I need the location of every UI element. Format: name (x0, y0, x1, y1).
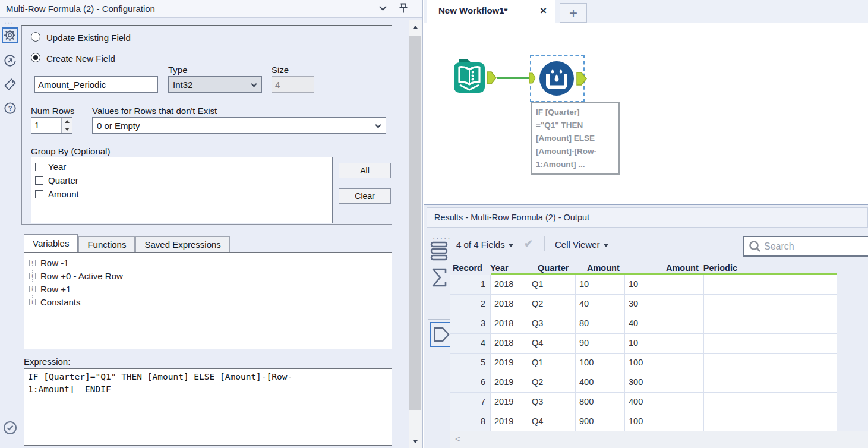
amount-cell[interactable]: 40 (576, 295, 625, 314)
annotation-tab[interactable] (2, 76, 18, 92)
group-by-item[interactable]: Quarter (34, 173, 330, 187)
output-anchor-icon[interactable] (576, 72, 588, 86)
record-cell[interactable]: 5 (450, 354, 491, 373)
amount-cell[interactable]: 800 (576, 393, 625, 412)
column-header[interactable]: Quarter (535, 263, 585, 273)
table-row[interactable]: 3 2018 Q3 80 40 (450, 314, 837, 334)
help-tab[interactable]: ? (2, 100, 18, 116)
group-by-list[interactable]: Year Quarter Amount (31, 157, 333, 223)
table-row[interactable]: 2 2018 Q2 40 30 (450, 295, 837, 314)
amount-cell[interactable]: 90 (576, 334, 625, 354)
tree-item[interactable]: Row +1 (29, 282, 387, 295)
config-scrollbar[interactable] (409, 20, 422, 448)
scrollbar-up-icon[interactable] (409, 21, 422, 32)
field-name-input[interactable] (34, 76, 158, 93)
table-row[interactable]: 5 2019 Q1 100 100 (450, 354, 837, 373)
amount-periodic-cell[interactable]: 400 (625, 393, 704, 412)
table-row[interactable]: 6 2019 Q2 400 300 (450, 373, 837, 393)
settings-tab[interactable] (2, 27, 18, 43)
variables-tree[interactable]: Row -1 Row +0 - Active Row Row +1 Consta… (24, 252, 392, 349)
spinner-up-icon[interactable] (62, 118, 72, 125)
all-button[interactable]: All (339, 163, 391, 178)
workflow-canvas[interactable]: IF [Quarter] ="Q1" THEN [Amount] ELSE [A… (424, 23, 868, 204)
hscroll-left-icon[interactable] (455, 434, 460, 444)
amount-periodic-cell[interactable]: 100 (625, 412, 704, 432)
group-by-item[interactable]: Amount (34, 187, 330, 201)
scrollbar-thumb[interactable] (409, 36, 421, 410)
fields-dropdown[interactable]: 4 of 4 Fields (456, 239, 513, 250)
amount-cell[interactable]: 400 (576, 373, 625, 393)
amount-cell[interactable]: 900 (576, 412, 625, 432)
pin-icon[interactable] (397, 2, 409, 14)
column-header[interactable]: Record (450, 263, 488, 273)
record-cell[interactable]: 7 (450, 393, 491, 412)
amount-periodic-cell[interactable]: 40 (625, 314, 704, 334)
amount-cell[interactable]: 100 (576, 354, 625, 373)
column-header[interactable]: Year (488, 263, 535, 273)
quarter-cell[interactable]: Q4 (528, 412, 576, 432)
expression-editor[interactable]: IF [Quarter]="Q1" THEN [Amount] ELSE [Am… (24, 368, 392, 446)
num-rows-stepper[interactable]: 1 (31, 117, 72, 134)
checkbox-icon[interactable] (35, 176, 43, 185)
rail-overflow-dots-icon[interactable] (4, 18, 14, 27)
performance-tab[interactable] (2, 52, 18, 68)
tree-item[interactable]: Row -1 (29, 256, 387, 269)
record-cell[interactable]: 6 (450, 373, 491, 393)
workflow-tab[interactable]: New Workflow1* (427, 0, 555, 23)
amount-cell[interactable]: 10 (576, 275, 625, 295)
search-box[interactable] (743, 236, 868, 257)
amount-periodic-cell[interactable]: 10 (625, 275, 704, 295)
apply-check[interactable] (2, 419, 18, 436)
table-row[interactable]: 8 2019 Q4 900 100 (450, 412, 837, 432)
column-header[interactable]: Amount_Periodic (664, 263, 737, 273)
year-cell[interactable]: 2019 (491, 354, 528, 373)
tree-item[interactable]: Constants (29, 295, 387, 308)
cell-viewer-dropdown[interactable]: Cell Viewer (555, 239, 608, 250)
quarter-cell[interactable]: Q2 (528, 373, 576, 393)
data-grid-icon[interactable] (430, 241, 448, 262)
year-cell[interactable]: 2018 (491, 275, 528, 295)
output-anchor-icon[interactable] (487, 71, 497, 84)
quarter-cell[interactable]: Q4 (528, 334, 576, 354)
amount-periodic-cell[interactable]: 10 (625, 334, 704, 354)
radio-create-new[interactable] (31, 53, 40, 62)
selected-output-anchor-button[interactable] (430, 322, 453, 347)
multi-row-formula-tool[interactable] (538, 60, 575, 97)
year-cell[interactable]: 2019 (491, 412, 528, 432)
apply-check-icon[interactable] (524, 237, 533, 250)
clear-button[interactable]: Clear (339, 188, 391, 204)
tree-item[interactable]: Row +0 - Active Row (29, 269, 387, 282)
year-cell[interactable]: 2018 (491, 314, 528, 334)
table-row[interactable]: 1 2018 Q1 10 10 (450, 275, 837, 295)
record-cell[interactable]: 3 (450, 314, 491, 334)
scrollbar-down-icon[interactable] (409, 436, 422, 447)
quarter-cell[interactable]: Q2 (528, 295, 576, 314)
spinner-down-icon[interactable] (62, 125, 72, 133)
tool-annotation[interactable]: IF [Quarter] ="Q1" THEN [Amount] ELSE [A… (531, 102, 620, 175)
quarter-cell[interactable]: Q3 (528, 314, 576, 334)
chevron-down-icon[interactable] (379, 3, 387, 11)
checkbox-icon[interactable] (35, 163, 43, 171)
year-cell[interactable]: 2019 (491, 373, 528, 393)
quarter-cell[interactable]: Q1 (528, 275, 576, 295)
metadata-sigma-icon[interactable] (430, 267, 449, 288)
input-anchor-icon[interactable] (529, 72, 536, 84)
quarter-cell[interactable]: Q1 (528, 354, 576, 373)
checkbox-icon[interactable] (35, 190, 43, 198)
record-cell[interactable]: 8 (450, 412, 491, 432)
record-cell[interactable]: 2 (450, 295, 491, 314)
new-tab-button[interactable] (560, 3, 587, 23)
year-cell[interactable]: 2018 (491, 334, 528, 354)
tab-functions[interactable]: Functions (78, 236, 135, 252)
year-cell[interactable]: 2018 (491, 295, 528, 314)
tab-saved-expressions[interactable]: Saved Expressions (135, 236, 229, 252)
type-dropdown[interactable]: Int32 (168, 76, 262, 93)
horizontal-scrollbar[interactable] (450, 431, 868, 448)
radio-update-existing[interactable] (31, 32, 40, 42)
quarter-cell[interactable]: Q3 (528, 393, 576, 412)
table-row[interactable]: 4 2018 Q4 90 10 (450, 334, 837, 354)
input-data-tool[interactable] (453, 58, 485, 94)
close-icon[interactable] (540, 4, 547, 17)
record-cell[interactable]: 1 (450, 275, 491, 295)
amount-cell[interactable]: 80 (576, 314, 625, 334)
